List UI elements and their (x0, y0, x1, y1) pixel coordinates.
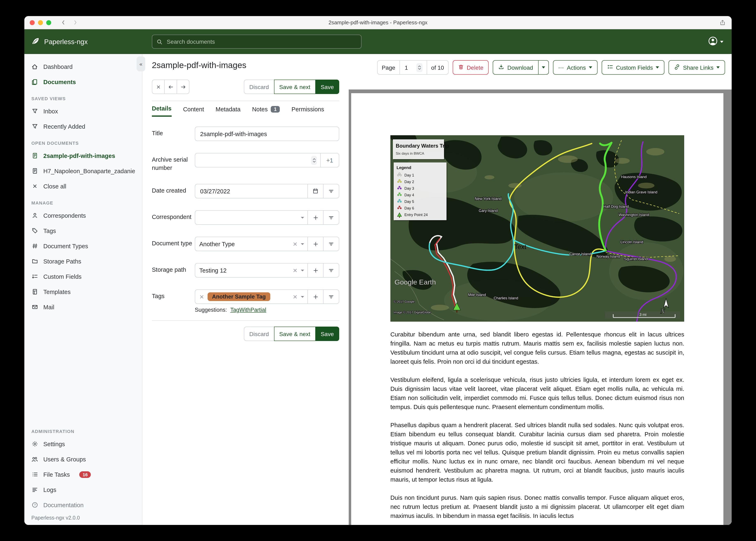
document-type-select[interactable]: Another Type ✕ (195, 237, 307, 251)
asn-stepper[interactable] (311, 156, 317, 165)
save-next-button[interactable]: Save & next (274, 80, 316, 94)
download-options-button[interactable] (538, 60, 549, 75)
tab-permissions[interactable]: Permissions (292, 105, 324, 117)
paperless-leaf-logo-icon (31, 37, 40, 47)
discard-button[interactable]: Discard (244, 326, 274, 341)
correspondent-filter-button[interactable] (323, 211, 339, 224)
save-actions-bottom: Discard Save & next Save (244, 326, 339, 341)
add-tag-button[interactable] (307, 290, 323, 303)
storage-path-filter-button[interactable] (323, 264, 339, 277)
link-icon (674, 64, 680, 71)
tags-select[interactable]: ✕ Another Sample Tag ✕ (195, 290, 307, 303)
browser-forward-button[interactable] (72, 19, 78, 26)
tab-content[interactable]: Content (183, 105, 204, 117)
sidebar-open-doc-napoleon[interactable]: H7_Napoleon_Bonaparte_zadanie (24, 163, 142, 179)
sidebar-item-document-types[interactable]: Document Types (24, 238, 142, 254)
pdf-preview-panel[interactable]: Hausons Island New York Island Gary Isla… (349, 90, 732, 525)
page-number-input[interactable] (404, 64, 415, 71)
tab-notes[interactable]: Notes1 (252, 105, 280, 117)
title-field-label: Title (152, 127, 195, 141)
legend-label: Entry Point 24 (404, 213, 428, 217)
doc-nav-group (152, 80, 189, 94)
remove-tag-icon[interactable]: ✕ (199, 294, 204, 299)
sidebar-item-correspondents[interactable]: Correspondents (24, 208, 142, 223)
previous-document-button[interactable] (164, 80, 177, 94)
clear-icon[interactable]: ✕ (293, 268, 298, 273)
brand[interactable]: Paperless-ngx (24, 37, 142, 47)
sidebar-item-dashboard[interactable]: Dashboard (24, 59, 142, 74)
sidebar-item-custom-fields[interactable]: Custom Fields (24, 269, 142, 284)
custom-fields-button[interactable]: Custom Fields (601, 60, 664, 75)
correspondent-select[interactable] (195, 211, 307, 224)
tags-filter-button[interactable] (323, 290, 339, 303)
save-button[interactable]: Save (315, 326, 339, 341)
zoom-window-button[interactable] (46, 20, 51, 25)
legend-label: Day 3 (404, 186, 414, 191)
browser-back-button[interactable] (60, 19, 66, 26)
divider (152, 320, 339, 321)
sidebar-item-logs[interactable]: Logs (24, 482, 142, 497)
person-icon (31, 212, 38, 219)
search-bar[interactable] (152, 35, 361, 49)
add-document-type-button[interactable] (307, 237, 323, 251)
asn-plus-one-button[interactable]: +1 (320, 153, 339, 167)
add-storage-path-button[interactable] (307, 264, 323, 277)
search-input[interactable] (166, 38, 357, 45)
document-type-filter-button[interactable] (323, 237, 339, 251)
map-credit: Google Earth (395, 278, 436, 286)
pdf-page: Hausons Island New York Island Gary Isla… (351, 93, 723, 525)
add-correspondent-button[interactable] (307, 211, 323, 224)
logs-icon (31, 487, 38, 493)
pdf-paragraph: Curabitur bibendum ante urna, sed blandi… (390, 330, 684, 366)
user-menu[interactable] (708, 36, 723, 47)
document-edit-panel: Discard Save & next Save Details Content… (152, 80, 339, 341)
calendar-icon[interactable] (307, 184, 323, 198)
sidebar-item-mail[interactable]: Mail (24, 299, 142, 314)
discard-button[interactable]: Discard (244, 80, 274, 94)
sidebar-item-recently-added[interactable]: Recently Added (24, 119, 142, 134)
chevron-down-icon (720, 41, 723, 43)
asn-input[interactable] (199, 157, 309, 164)
sidebar-item-tags[interactable]: Tags (24, 223, 142, 238)
date-filter-button[interactable] (323, 184, 339, 198)
sidebar-close-all[interactable]: Close all (24, 179, 142, 194)
actions-button[interactable]: ⋯ Actions (553, 60, 597, 75)
clear-icon[interactable]: ✕ (293, 241, 298, 247)
save-button[interactable]: Save (315, 80, 339, 94)
filter-funnel-icon (31, 108, 38, 114)
close-window-button[interactable] (30, 20, 35, 25)
sidebar-item-file-tasks[interactable]: File Tasks 16 (24, 467, 142, 482)
share-icon[interactable] (719, 19, 726, 28)
share-links-button[interactable]: Share Links (669, 60, 725, 75)
tab-metadata[interactable]: Metadata (216, 105, 241, 117)
sidebar-item-storage-paths[interactable]: Storage Paths (24, 254, 142, 269)
page-number-field[interactable] (399, 61, 427, 74)
map-label: Half Dog Island (603, 205, 629, 209)
tab-details[interactable]: Details (152, 105, 171, 117)
sidebar-item-documents[interactable]: Documents (24, 74, 142, 90)
page-count-label: of 10 (427, 61, 448, 74)
page-stepper[interactable] (416, 63, 423, 72)
tag-chip[interactable]: Another Sample Tag (207, 292, 270, 301)
delete-button[interactable]: Delete (453, 60, 489, 75)
save-next-button[interactable]: Save & next (274, 326, 316, 341)
close-document-button[interactable] (152, 80, 165, 94)
minimize-window-button[interactable] (38, 20, 43, 25)
date-created-input[interactable] (199, 188, 304, 195)
suggestion-tag-link[interactable]: TagWithPartial (230, 307, 266, 313)
title-input[interactable] (199, 130, 335, 138)
brand-name: Paperless-ngx (44, 38, 88, 46)
sidebar-item-settings[interactable]: Settings (24, 436, 142, 451)
download-button[interactable]: Download (493, 60, 539, 75)
clear-icon[interactable]: ✕ (293, 294, 298, 299)
sidebar-item-documentation[interactable]: ? Documentation (24, 497, 142, 513)
sidebar-item-users-groups[interactable]: Users & Groups (24, 451, 142, 467)
sidebar-item-inbox[interactable]: Inbox (24, 104, 142, 119)
next-document-button[interactable] (177, 80, 189, 94)
storage-path-select[interactable]: Testing 12 ✕ (195, 264, 307, 277)
sidebar-open-doc-current[interactable]: 2sample-pdf-with-images (24, 148, 142, 163)
titlebar: 2sample-pdf-with-images - Paperless-ngx (24, 16, 732, 29)
sidebar-item-templates[interactable]: Templates (24, 284, 142, 299)
sidebar-collapse-button[interactable]: « (137, 57, 145, 71)
chevron-down-icon (301, 243, 304, 245)
